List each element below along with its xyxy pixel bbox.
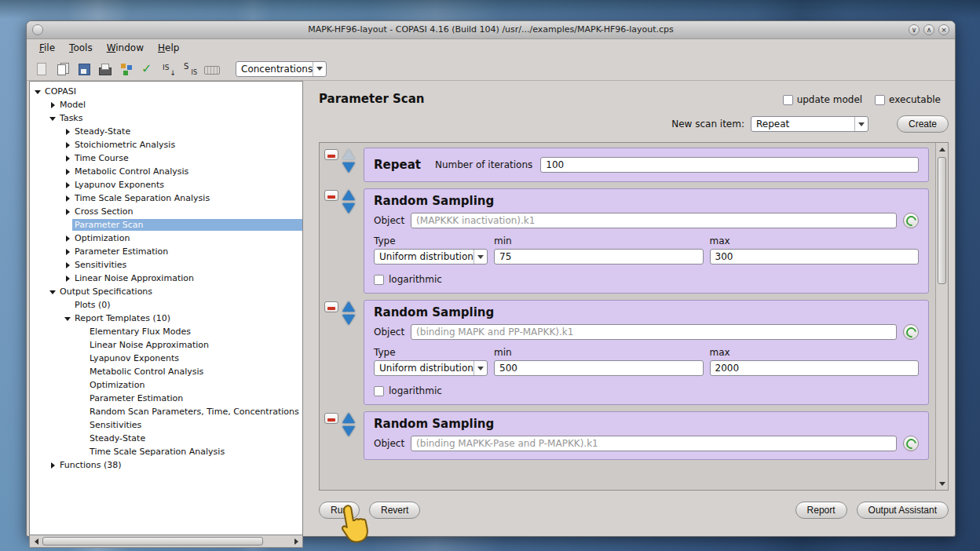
vertical-scrollbar[interactable] xyxy=(935,143,948,490)
distribution-combo[interactable]: Uniform distribution xyxy=(374,360,488,376)
minimize-button[interactable]: ∨ xyxy=(909,24,920,35)
move-up-icon[interactable] xyxy=(342,301,355,312)
tree-item-output-specifications[interactable]: Output Specifications xyxy=(30,285,302,298)
remove-item-button[interactable] xyxy=(324,190,338,201)
tree-expanded-arrow-icon[interactable] xyxy=(64,315,72,323)
print-icon[interactable] xyxy=(97,61,113,77)
tree-item-cross-section[interactable]: Cross Section xyxy=(30,205,302,218)
move-down-icon[interactable] xyxy=(342,426,355,436)
tree-item-time-course[interactable]: Time Course xyxy=(30,151,302,165)
tree-item-parameter-estimation[interactable]: Parameter Estimation xyxy=(30,392,302,405)
tree-item-parameter-scan[interactable]: Parameter Scan xyxy=(30,218,302,232)
remove-item-button[interactable] xyxy=(324,413,338,424)
tree-item-elementary-flux-modes[interactable]: Elementary Flux Modes xyxy=(30,325,302,338)
steady-state-icon[interactable] xyxy=(182,61,198,77)
scroll-left-button[interactable] xyxy=(31,536,42,546)
check-icon[interactable] xyxy=(140,61,155,77)
tree-collapsed-arrow-icon[interactable] xyxy=(64,168,72,176)
max-input[interactable] xyxy=(710,249,920,265)
output-assistant-button[interactable]: Output Assistant xyxy=(857,502,949,519)
new-file-icon[interactable] xyxy=(34,61,49,77)
remove-item-button[interactable] xyxy=(324,149,338,160)
tree-item-lyapunov-exponents[interactable]: Lyapunov Exponents xyxy=(30,178,302,192)
tree-scrollbar-thumb[interactable] xyxy=(42,537,263,546)
logarithmic-checkbox[interactable]: logarithmic xyxy=(374,385,919,396)
checkbox-icon[interactable] xyxy=(875,95,885,105)
min-input[interactable] xyxy=(494,360,704,376)
move-down-icon[interactable] xyxy=(342,203,355,213)
checkbox-icon[interactable] xyxy=(374,386,384,396)
scroll-right-button[interactable] xyxy=(291,536,302,546)
tree-item-steady-state[interactable]: Steady-State xyxy=(30,125,302,138)
remove-item-button[interactable] xyxy=(324,301,338,312)
move-up-icon[interactable] xyxy=(342,413,355,423)
tree-item-tasks[interactable]: Tasks xyxy=(30,111,302,125)
tree-item-sensitivities[interactable]: Sensitivities xyxy=(30,418,302,432)
executable-checkbox[interactable]: executable xyxy=(875,94,941,105)
tree-collapsed-arrow-icon[interactable] xyxy=(49,101,57,109)
tree-item-time-scale-separation-analysis[interactable]: Time Scale Separation Analysis xyxy=(30,192,302,205)
object-input[interactable] xyxy=(411,324,897,340)
menu-file[interactable]: File xyxy=(33,40,61,56)
tree-item-linear-noise-approximation[interactable]: Linear Noise Approximation xyxy=(30,272,302,285)
tree-expanded-arrow-icon[interactable] xyxy=(35,88,42,96)
move-down-icon[interactable] xyxy=(342,315,355,325)
tree-item-metabolic-control-analysis[interactable]: Metabolic Control Analysis xyxy=(30,165,302,178)
checkbox-icon[interactable] xyxy=(783,95,793,105)
tree-item-functions-38[interactable]: Functions (38) xyxy=(30,458,302,472)
title-bar[interactable]: MAPK-HF96-layout - COPASI 4.16 (Build 10… xyxy=(27,21,955,39)
tree-collapsed-arrow-icon[interactable] xyxy=(64,128,72,136)
close-button[interactable]: × xyxy=(938,24,949,35)
tree-collapsed-arrow-icon[interactable] xyxy=(64,261,72,269)
tree-item-stoichiometric-analysis[interactable]: Stoichiometric Analysis xyxy=(30,138,302,151)
concentrations-combo[interactable]: Concentrations xyxy=(236,61,327,77)
menu-help[interactable]: Help xyxy=(152,40,185,56)
scroll-down-button[interactable] xyxy=(937,478,947,489)
tree-item-optimization[interactable]: Optimization xyxy=(30,378,302,392)
object-input[interactable] xyxy=(411,436,897,451)
update-model-checkbox[interactable]: update model xyxy=(783,94,862,105)
tree-collapsed-arrow-icon[interactable] xyxy=(64,155,72,162)
tree-item-steady-state[interactable]: Steady-State xyxy=(30,432,302,445)
max-input[interactable] xyxy=(710,360,920,376)
menu-window[interactable]: Window xyxy=(101,40,150,56)
scrollbar-thumb[interactable] xyxy=(938,157,946,284)
update-model-icon[interactable] xyxy=(119,61,134,77)
min-input[interactable] xyxy=(494,249,704,265)
tree-collapsed-arrow-icon[interactable] xyxy=(64,248,72,256)
tree-item-random-scan-parameters-time-concentrations[interactable]: Random Scan Parameters, Time, Concentrat… xyxy=(30,405,302,418)
scroll-up-button[interactable] xyxy=(937,144,947,155)
slider-icon[interactable] xyxy=(203,61,219,77)
move-down-icon[interactable] xyxy=(342,162,355,173)
move-up-icon[interactable] xyxy=(342,190,355,200)
menu-tools[interactable]: Tools xyxy=(63,40,99,56)
tree-collapsed-arrow-icon[interactable] xyxy=(64,208,72,216)
tree-item-plots-0[interactable]: Plots (0) xyxy=(30,298,302,312)
tree-item-copasi[interactable]: COPASI xyxy=(30,85,302,98)
distribution-combo[interactable]: Uniform distribution xyxy=(374,249,488,265)
checkbox-icon[interactable] xyxy=(374,275,384,285)
tree-collapsed-arrow-icon[interactable] xyxy=(64,141,72,149)
report-button[interactable]: Report xyxy=(795,502,847,519)
tree-item-linear-noise-approximation[interactable]: Linear Noise Approximation xyxy=(30,338,302,352)
move-up-icon[interactable] xyxy=(342,149,355,159)
maximize-button[interactable]: ∧ xyxy=(923,24,934,35)
tree-horizontal-scrollbar[interactable] xyxy=(29,535,303,548)
tree-expanded-arrow-icon[interactable] xyxy=(49,115,57,122)
tree-item-model[interactable]: Model xyxy=(30,98,302,111)
tree-item-parameter-estimation[interactable]: Parameter Estimation xyxy=(30,245,302,258)
tree-collapsed-arrow-icon[interactable] xyxy=(64,275,72,283)
save-icon[interactable] xyxy=(76,61,92,77)
iterations-input[interactable] xyxy=(540,157,919,173)
tree-item-sensitivities[interactable]: Sensitivities xyxy=(30,258,302,272)
object-select-button[interactable] xyxy=(903,436,919,451)
object-input[interactable] xyxy=(411,213,897,228)
revert-button[interactable]: Revert xyxy=(369,502,420,519)
tree-item-optimization[interactable]: Optimization xyxy=(30,232,302,245)
logarithmic-checkbox[interactable]: logarithmic xyxy=(374,274,919,285)
object-select-button[interactable] xyxy=(903,324,919,340)
create-button[interactable]: Create xyxy=(897,115,949,133)
tree-item-time-scale-separation-analysis[interactable]: Time Scale Separation Analysis xyxy=(30,445,302,458)
tree-expanded-arrow-icon[interactable] xyxy=(49,288,57,296)
object-select-button[interactable] xyxy=(903,213,919,228)
